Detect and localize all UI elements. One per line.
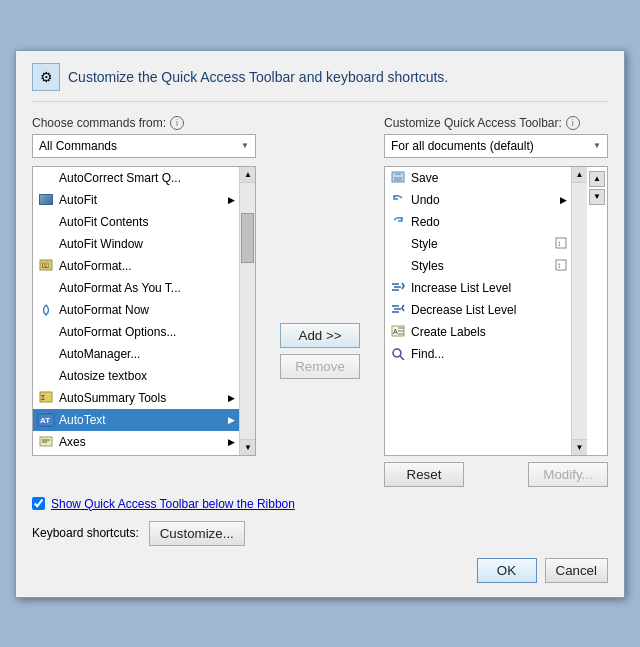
- list-item[interactable]: AutoFit ▶: [33, 189, 239, 211]
- toolbar-item-increase-list[interactable]: Increase List Level: [385, 277, 571, 299]
- redo-icon: [389, 214, 407, 230]
- toolbar-item-style[interactable]: Style ↕: [385, 233, 571, 255]
- decrease-list-icon: [389, 302, 407, 318]
- add-button[interactable]: Add >>: [280, 323, 360, 348]
- undo-icon: [389, 192, 407, 208]
- right-scroll-down[interactable]: ▼: [572, 439, 587, 455]
- commands-dropdown-arrow: ▼: [241, 141, 249, 150]
- submenu-arrow: ▶: [228, 393, 235, 403]
- customize-keyboard-button[interactable]: Customize...: [149, 521, 245, 546]
- main-content: Choose commands from: i All Commands ▼ A…: [32, 116, 608, 487]
- commands-dropdown[interactable]: All Commands ▼: [32, 134, 256, 158]
- list-item-autotext[interactable]: AT AutoText ▶: [33, 409, 239, 431]
- toolbar-item-redo[interactable]: Redo: [385, 211, 571, 233]
- show-toolbar-label[interactable]: Show Quick Access Toolbar below the Ribb…: [51, 497, 295, 511]
- list-item[interactable]: Autosize textbox: [33, 365, 239, 387]
- svg-line-28: [400, 356, 404, 360]
- styles-arrow-icon: ↕: [555, 259, 567, 273]
- item-icon: [37, 368, 55, 384]
- svg-text:AT: AT: [40, 416, 50, 425]
- find-icon: [389, 346, 407, 362]
- cancel-button[interactable]: Cancel: [545, 558, 609, 583]
- dialog-title-bar: ⚙ Customize the Quick Access Toolbar and…: [32, 63, 608, 102]
- remove-button[interactable]: Remove: [280, 354, 360, 379]
- item-icon: [37, 214, 55, 230]
- checkbox-row: Show Quick Access Toolbar below the Ribb…: [32, 497, 608, 511]
- right-scroll-up[interactable]: ▲: [572, 167, 587, 183]
- item-icon: [37, 302, 55, 318]
- toolbar-item-save[interactable]: Save: [385, 167, 571, 189]
- item-icon: [37, 324, 55, 340]
- item-icon: [37, 346, 55, 362]
- svg-text:↕: ↕: [557, 239, 561, 248]
- left-scrollbar[interactable]: ▲ ▼: [239, 167, 255, 455]
- list-item[interactable]: AutoManager...: [33, 343, 239, 365]
- keyboard-row: Keyboard shortcuts: Customize...: [32, 521, 608, 546]
- toolbar-items-list[interactable]: Save Undo ▶ Redo: [385, 167, 571, 455]
- item-icon: [37, 170, 55, 186]
- svg-text:⚿: ⚿: [42, 262, 49, 269]
- commands-list[interactable]: AutoCorrect Smart Q... AutoFit ▶ AutoFit…: [33, 167, 255, 455]
- list-item[interactable]: Axes ▶: [33, 431, 239, 453]
- toolbar-item-undo[interactable]: Undo ▶: [385, 189, 571, 211]
- list-item[interactable]: AutoCorrect Smart Q...: [33, 167, 239, 189]
- reset-button[interactable]: Reset: [384, 462, 464, 487]
- style-icon: [389, 236, 407, 252]
- item-icon: ⚿: [37, 258, 55, 274]
- show-toolbar-checkbox[interactable]: [32, 497, 45, 510]
- move-up-button[interactable]: ▲: [589, 171, 605, 187]
- keyboard-label: Keyboard shortcuts:: [32, 526, 139, 540]
- list-item[interactable]: ⚿ AutoFormat...: [33, 255, 239, 277]
- submenu-arrow: ▶: [228, 195, 235, 205]
- toolbar-item-create-labels[interactable]: A Create Labels: [385, 321, 571, 343]
- svg-rect-10: [394, 177, 402, 181]
- dialog-icon: ⚙: [32, 63, 60, 91]
- item-icon: AT: [37, 412, 55, 428]
- ok-cancel-row: OK Cancel: [32, 558, 608, 583]
- scroll-up-btn[interactable]: ▲: [240, 167, 256, 183]
- save-icon: [389, 170, 407, 186]
- left-section-label: Choose commands from: i: [32, 116, 256, 130]
- svg-text:A: A: [393, 328, 398, 335]
- move-down-button[interactable]: ▼: [589, 189, 605, 205]
- dialog-title: Customize the Quick Access Toolbar and k…: [68, 69, 448, 85]
- right-column: Customize Quick Access Toolbar: i For al…: [384, 116, 608, 487]
- left-info-icon[interactable]: i: [170, 116, 184, 130]
- list-item[interactable]: AutoFormat As You T...: [33, 277, 239, 299]
- svg-rect-11: [395, 172, 401, 175]
- create-labels-icon: A: [389, 324, 407, 340]
- right-scrollbar[interactable]: ▲ ▼: [571, 167, 587, 455]
- item-icon: [37, 434, 55, 450]
- toolbar-item-styles[interactable]: Styles ↕: [385, 255, 571, 277]
- svg-text:Σ: Σ: [41, 394, 46, 401]
- list-item[interactable]: AutoFormat Options...: [33, 321, 239, 343]
- list-item[interactable]: Axes ▼: [33, 453, 239, 455]
- toolbar-scope-dropdown[interactable]: For all documents (default) ▼: [384, 134, 608, 158]
- list-item[interactable]: AutoFit Contents: [33, 211, 239, 233]
- submenu-arrow: ▶: [228, 437, 235, 447]
- toolbar-item-find[interactable]: Find...: [385, 343, 571, 365]
- reorder-arrows: ▲ ▼: [587, 167, 607, 455]
- list-item[interactable]: AutoFit Window: [33, 233, 239, 255]
- svg-text:↕: ↕: [557, 261, 561, 270]
- toolbar-scope-dropdown-arrow: ▼: [593, 141, 601, 150]
- styles-icon: [389, 258, 407, 274]
- scroll-down-btn[interactable]: ▼: [240, 439, 256, 455]
- bottom-section: Show Quick Access Toolbar below the Ribb…: [32, 497, 608, 583]
- item-icon: Σ: [37, 390, 55, 406]
- style-arrow-icon: ↕: [555, 237, 567, 251]
- increase-list-icon: [389, 280, 407, 296]
- toolbar-items-container: Save Undo ▶ Redo: [384, 166, 608, 456]
- list-item[interactable]: Σ AutoSummary Tools ▶: [33, 387, 239, 409]
- submenu-arrow: ▶: [228, 415, 235, 425]
- customize-dialog: ⚙ Customize the Quick Access Toolbar and…: [15, 50, 625, 598]
- toolbar-item-decrease-list[interactable]: Decrease List Level: [385, 299, 571, 321]
- list-item[interactable]: AutoFormat Now: [33, 299, 239, 321]
- ok-button[interactable]: OK: [477, 558, 537, 583]
- svg-point-27: [393, 349, 401, 357]
- right-info-icon[interactable]: i: [566, 116, 580, 130]
- right-section-label: Customize Quick Access Toolbar: i: [384, 116, 608, 130]
- reset-modify-row: Reset Modify...: [384, 462, 608, 487]
- item-icon: [37, 236, 55, 252]
- modify-button[interactable]: Modify...: [528, 462, 608, 487]
